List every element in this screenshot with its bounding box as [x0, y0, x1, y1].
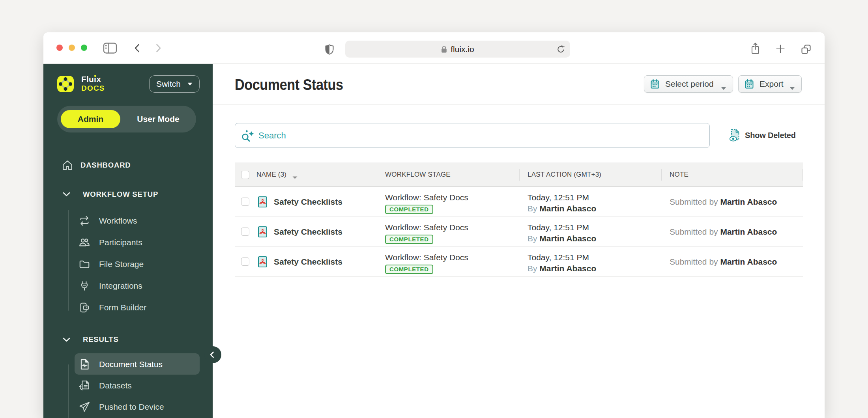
documents-table: NAME (3) WORKFLOW STAGE LAST ACTION (GMT…	[235, 162, 803, 277]
row-checkbox[interactable]	[241, 198, 249, 206]
share-icon[interactable]	[750, 43, 760, 56]
sidebar-collapse-button[interactable]	[204, 346, 221, 363]
new-tab-icon[interactable]	[776, 44, 785, 55]
sidebar-item-form-builder[interactable]: Form Builder	[43, 297, 213, 319]
brand-line2: DOCS	[81, 84, 105, 93]
column-separator	[377, 169, 377, 181]
home-icon	[62, 159, 73, 171]
back-icon[interactable]	[133, 43, 142, 54]
shield-icon	[325, 44, 334, 56]
chevron-down-icon	[62, 192, 71, 196]
column-separator	[661, 169, 662, 181]
column-separator	[519, 169, 520, 181]
zoom-button[interactable]	[81, 45, 87, 51]
status-badge: COMPLETED	[385, 235, 433, 244]
calendar-icon	[745, 79, 754, 89]
pdf-file-icon	[258, 217, 267, 246]
sidebar-group-results[interactable]: RESULTS	[43, 333, 213, 346]
column-separator	[802, 169, 803, 181]
chevron-down-icon	[789, 83, 795, 92]
mode-admin-button[interactable]: Admin	[61, 110, 120, 128]
workflows-icon	[79, 215, 90, 227]
search-input[interactable]	[258, 131, 709, 141]
minimize-button[interactable]	[69, 45, 75, 51]
tab-overview-icon[interactable]	[801, 44, 811, 56]
last-action-time: Today, 12:51 PM	[528, 192, 596, 203]
table-row[interactable]: Safety Checklists Workflow: Safety Docs …	[235, 247, 803, 277]
forward-icon[interactable]	[154, 43, 163, 54]
integrations-icon	[79, 280, 90, 292]
mode-user-button[interactable]: User Mode	[120, 106, 196, 132]
note-text: Submitted by Martin Abasco	[670, 217, 777, 246]
header-divider	[213, 104, 825, 105]
column-last-action[interactable]: LAST ACTION (GMT+3)	[528, 162, 601, 187]
chevron-down-icon	[62, 338, 71, 342]
sidebar-item-datasets[interactable]: Datasets	[43, 375, 213, 397]
sidebar-group-workflow-setup[interactable]: WORKFLOW SETUP	[43, 188, 213, 201]
lock-icon	[441, 45, 447, 53]
file-storage-icon	[79, 258, 90, 270]
brand-text: Fluıx DOCS	[81, 75, 105, 93]
workflow-name: Workflow: Safety Docs	[385, 252, 468, 263]
last-action-by: By Martin Abasco	[528, 263, 596, 274]
status-badge: COMPLETED	[385, 265, 433, 274]
sidebar-item-dashboard[interactable]: DASHBOARD	[43, 159, 213, 172]
page-title: Document Status	[235, 77, 343, 93]
calendar-icon	[651, 79, 659, 89]
select-all-checkbox[interactable]	[241, 162, 249, 187]
sidebar-item-file-storage[interactable]: File Storage	[43, 254, 213, 275]
table-row[interactable]: Safety Checklists Workflow: Safety Docs …	[235, 187, 803, 217]
pdf-file-icon	[258, 247, 267, 276]
close-button[interactable]	[56, 45, 63, 51]
column-note[interactable]: NOTE	[670, 162, 688, 187]
document-name[interactable]: Safety Checklists	[274, 217, 342, 246]
sidebar-item-integrations[interactable]: Integrations	[43, 275, 213, 297]
sidebar-toggle-icon[interactable]	[103, 42, 117, 56]
main-content: Document Status Select period Export Sho…	[213, 64, 825, 418]
sidebar-item-pushed-to-device[interactable]: Pushed to Device	[43, 396, 213, 418]
sort-desc-icon[interactable]	[292, 174, 297, 181]
document-name[interactable]: Safety Checklists	[274, 247, 342, 276]
select-all-checkbox-box[interactable]	[241, 171, 249, 179]
document-name[interactable]: Safety Checklists	[274, 187, 342, 216]
search-bar	[235, 123, 710, 148]
pdf-file-icon	[258, 256, 267, 267]
status-badge: COMPLETED	[385, 205, 433, 214]
switch-button[interactable]: Switch	[149, 75, 200, 93]
last-action-time: Today, 12:51 PM	[528, 252, 596, 263]
note-text: Submitted by Martin Abasco	[670, 247, 777, 276]
table-header: NAME (3) WORKFLOW STAGE LAST ACTION (GMT…	[235, 162, 803, 187]
row-checkbox[interactable]	[241, 228, 249, 236]
sidebar-item-workflows[interactable]: Workflows	[43, 210, 213, 232]
table-row[interactable]: Safety Checklists Workflow: Safety Docs …	[235, 217, 803, 247]
app-root: Fluıx DOCS Switch Admin User Mode DASHBO…	[43, 64, 825, 418]
show-deleted-button[interactable]: Show Deleted	[729, 129, 796, 142]
column-workflow-stage[interactable]: WORKFLOW STAGE	[385, 162, 451, 187]
export-button[interactable]: Export	[738, 75, 802, 93]
datasets-icon	[79, 380, 90, 392]
column-name[interactable]: NAME (3)	[256, 162, 286, 187]
browser-window: fluix.io Fluıx DOCS Switch Admin User Mo…	[43, 32, 825, 418]
address-bar[interactable]: fluix.io	[345, 41, 570, 58]
fluix-logo-icon	[57, 76, 74, 92]
row-checkbox[interactable]	[241, 258, 249, 266]
pdf-file-icon	[258, 187, 267, 216]
pdf-file-icon	[258, 196, 267, 207]
sidebar-item-participants[interactable]: Participants	[43, 231, 213, 253]
workflow-name: Workflow: Safety Docs	[385, 192, 468, 203]
pdf-file-icon	[258, 226, 267, 237]
pushed-to-device-icon	[79, 401, 90, 413]
mode-toggle: Admin User Mode	[57, 106, 196, 132]
reload-icon[interactable]	[557, 45, 565, 55]
last-action-by: By Martin Abasco	[528, 233, 596, 244]
chevron-down-icon	[721, 83, 726, 92]
select-period-button[interactable]: Select period	[644, 75, 733, 93]
sidebar: Fluıx DOCS Switch Admin User Mode DASHBO…	[43, 64, 213, 418]
search-sparkles-icon	[242, 129, 254, 142]
participants-icon	[79, 237, 90, 248]
note-text: Submitted by Martin Abasco	[670, 187, 777, 216]
sidebar-item-document-status[interactable]: Document Status	[43, 353, 213, 375]
browser-chrome: fluix.io	[43, 32, 825, 64]
brand-line1: Fluıx	[81, 75, 105, 84]
document-status-icon	[79, 358, 90, 370]
